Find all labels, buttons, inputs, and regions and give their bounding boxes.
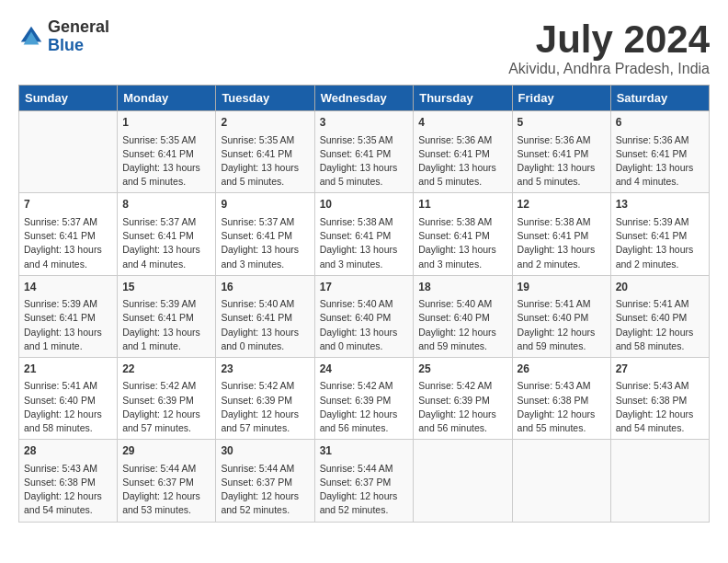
logo-blue: Blue (48, 37, 109, 55)
calendar-cell: 13Sunrise: 5:39 AMSunset: 6:41 PMDayligh… (610, 193, 709, 275)
calendar-cell: 28Sunrise: 5:43 AMSunset: 6:38 PMDayligh… (19, 440, 118, 522)
day-info-line: Daylight: 13 hours (24, 243, 112, 257)
day-info-line: and 0 minutes. (320, 339, 409, 353)
calendar-cell: 18Sunrise: 5:40 AMSunset: 6:40 PMDayligh… (414, 275, 512, 357)
day-info-line: Sunset: 6:41 PM (122, 311, 210, 325)
day-number: 15 (122, 280, 210, 295)
day-info-line: Sunset: 6:37 PM (122, 476, 210, 489)
day-number: 13 (616, 197, 704, 213)
day-info-line: and 5 minutes. (418, 175, 506, 189)
day-info-line: and 52 minutes. (221, 503, 309, 517)
day-info-line: and 4 minutes. (616, 175, 704, 189)
day-info-line: and 0 minutes. (221, 339, 309, 353)
day-info-line: Sunrise: 5:41 AM (24, 379, 112, 393)
day-info-line: Sunset: 6:38 PM (24, 476, 112, 489)
day-info-line: Daylight: 13 hours (418, 161, 506, 175)
day-number: 17 (320, 280, 409, 295)
day-number: 9 (221, 197, 309, 213)
calendar-cell: 25Sunrise: 5:42 AMSunset: 6:39 PMDayligh… (414, 357, 512, 439)
day-info-line: Sunrise: 5:44 AM (320, 462, 409, 476)
day-info-line: Daylight: 12 hours (320, 489, 409, 503)
calendar-cell: 1Sunrise: 5:35 AMSunset: 6:41 PMDaylight… (118, 111, 216, 193)
day-info-line: and 3 minutes. (418, 258, 506, 271)
day-number: 19 (518, 280, 606, 295)
day-number: 10 (320, 197, 409, 213)
calendar-cell: 11Sunrise: 5:38 AMSunset: 6:41 PMDayligh… (414, 193, 512, 275)
day-number: 18 (418, 280, 506, 295)
day-info-line: and 56 minutes. (320, 421, 409, 435)
logo-text: General Blue (48, 18, 109, 55)
calendar-cell: 23Sunrise: 5:42 AMSunset: 6:39 PMDayligh… (216, 357, 314, 439)
day-number: 6 (616, 115, 704, 131)
day-info-line: and 52 minutes. (320, 503, 409, 517)
day-info-line: Sunset: 6:37 PM (221, 476, 309, 489)
day-info-line: Daylight: 13 hours (221, 243, 309, 257)
day-info-line: and 5 minutes. (518, 175, 606, 189)
day-number: 31 (320, 443, 409, 459)
day-info-line: Daylight: 12 hours (24, 489, 112, 503)
header-monday: Monday (118, 86, 216, 111)
day-number: 21 (24, 362, 112, 377)
day-info-line: Sunset: 6:41 PM (616, 147, 704, 161)
day-info-line: and 57 minutes. (122, 421, 210, 435)
header-sunday: Sunday (19, 86, 118, 111)
day-info-line: Sunset: 6:38 PM (518, 394, 606, 408)
calendar-cell: 2Sunrise: 5:35 AMSunset: 6:41 PMDaylight… (216, 111, 314, 193)
day-info-line: Daylight: 12 hours (122, 489, 210, 503)
day-number: 8 (122, 197, 210, 213)
day-info-line: Sunset: 6:40 PM (320, 311, 409, 325)
day-number: 30 (221, 443, 309, 459)
day-number: 23 (221, 362, 309, 377)
day-info-line: Daylight: 12 hours (122, 408, 210, 421)
location-subtitle: Akividu, Andhra Pradesh, India (508, 61, 710, 77)
day-info-line: Sunset: 6:40 PM (24, 394, 112, 408)
day-info-line: Sunrise: 5:35 AM (221, 133, 309, 147)
day-info-line: and 1 minute. (122, 339, 210, 353)
day-info-line: and 59 minutes. (418, 339, 506, 353)
day-info-line: Daylight: 13 hours (122, 161, 210, 175)
day-info-line: and 58 minutes. (616, 339, 704, 353)
day-number: 7 (24, 197, 112, 213)
day-number: 2 (221, 115, 309, 131)
day-info-line: Sunset: 6:41 PM (320, 147, 409, 161)
day-info-line: Sunrise: 5:35 AM (320, 133, 409, 147)
day-info-line: Daylight: 13 hours (616, 243, 704, 257)
day-number: 3 (320, 115, 409, 131)
day-number: 24 (320, 362, 409, 377)
day-info-line: Sunrise: 5:38 AM (518, 215, 606, 229)
calendar-table: SundayMondayTuesdayWednesdayThursdayFrid… (18, 85, 710, 522)
day-info-line: Sunset: 6:41 PM (518, 229, 606, 243)
day-info-line: and 5 minutes. (122, 175, 210, 189)
day-info-line: Daylight: 13 hours (221, 326, 309, 339)
day-info-line: Sunset: 6:40 PM (616, 311, 704, 325)
day-number: 22 (122, 362, 210, 377)
day-info-line: and 3 minutes. (221, 258, 309, 271)
day-number: 16 (221, 280, 309, 295)
day-info-line: Sunset: 6:39 PM (221, 394, 309, 408)
calendar-cell: 9Sunrise: 5:37 AMSunset: 6:41 PMDaylight… (216, 193, 314, 275)
day-info-line: Sunset: 6:41 PM (418, 229, 506, 243)
day-number: 27 (616, 362, 704, 377)
week-row-1: 1Sunrise: 5:35 AMSunset: 6:41 PMDaylight… (19, 111, 710, 193)
day-info-line: Daylight: 12 hours (418, 326, 506, 339)
day-info-line: Sunrise: 5:42 AM (418, 379, 506, 393)
day-info-line: Sunrise: 5:39 AM (616, 215, 704, 229)
day-info-line: Sunrise: 5:44 AM (122, 462, 210, 476)
day-info-line: Sunrise: 5:38 AM (320, 215, 409, 229)
day-info-line: Daylight: 13 hours (221, 161, 309, 175)
day-info-line: Sunrise: 5:36 AM (518, 133, 606, 147)
day-info-line: Sunset: 6:40 PM (518, 311, 606, 325)
day-number: 4 (418, 115, 506, 131)
day-info-line: Sunset: 6:40 PM (418, 311, 506, 325)
day-number: 12 (518, 197, 606, 213)
day-info-line: Daylight: 13 hours (122, 326, 210, 339)
day-info-line: Sunrise: 5:41 AM (518, 297, 606, 311)
day-info-line: Daylight: 13 hours (320, 243, 409, 257)
day-number: 26 (518, 362, 606, 377)
week-row-4: 21Sunrise: 5:41 AMSunset: 6:40 PMDayligh… (19, 357, 710, 439)
day-info-line: Sunrise: 5:36 AM (418, 133, 506, 147)
day-info-line: Sunrise: 5:41 AM (616, 297, 704, 311)
calendar-body: 1Sunrise: 5:35 AMSunset: 6:41 PMDaylight… (19, 111, 710, 522)
day-info-line: and 5 minutes. (320, 175, 409, 189)
day-info-line: Sunset: 6:41 PM (320, 229, 409, 243)
